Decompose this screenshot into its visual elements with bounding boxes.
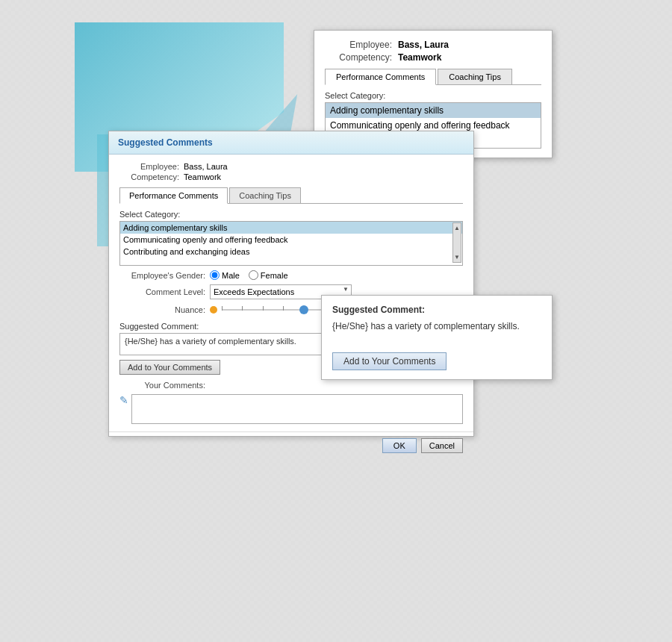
popup-employee-label: Employee: [325,40,392,50]
comment-level-label: Comment Level: [119,287,205,296]
popup-competency-row: Competency: Teamwork [325,52,541,63]
popup-tabs: Performance Comments Coaching Tips [325,69,541,85]
employee-label: Employee: [119,162,179,171]
tab-coaching[interactable]: Coaching Tips [229,187,301,203]
gender-radio-group: Male Female [210,270,288,280]
bottom-popup-add-btn[interactable]: Add to Your Comments [332,352,447,370]
ok-button[interactable]: OK [382,438,417,453]
dialog-body: Employee: Bass, Laura Competency: Teamwo… [109,155,473,431]
popup-employee-value: Bass, Laura [398,40,449,50]
nuance-dot-left [210,306,217,314]
category-item-1[interactable]: Adding complementary skills [120,222,462,234]
competency-value: Teamwork [184,172,221,181]
popup-category-item-1[interactable]: Adding complementary skills [326,103,541,118]
popup-employee-row: Employee: Bass, Laura [325,40,541,50]
gender-male-radio[interactable] [210,270,220,280]
main-dialog: Suggested Comments Employee: Bass, Laura… [108,131,474,437]
gender-male-label: Male [222,271,240,280]
bottom-popup-text: {He/She} has a variety of complementary … [332,321,541,343]
main-tabs: Performance Comments Coaching Tips [119,187,463,204]
your-comments-row: Your Comments: [119,381,463,390]
popup-select-category-label: Select Category: [325,91,541,100]
tick-1 [222,306,223,311]
gender-row: Employee's Gender: Male Female [119,270,463,280]
tab-performance[interactable]: Performance Comments [119,187,228,204]
competency-row: Competency: Teamwork [119,172,463,181]
tick-4 [283,306,284,311]
add-to-comments-btn[interactable]: Add to Your Comments [119,360,220,375]
nuance-label: Nuance: [119,305,205,314]
dialog-title: Suggested Comments [109,131,473,155]
category-item-2[interactable]: Communicating openly and offering feedba… [120,234,462,246]
gender-female-label: Female [261,271,288,280]
popup-competency-label: Competency: [325,52,392,63]
select-category-label: Select Category: [119,210,463,219]
popup-tab-coaching[interactable]: Coaching Tips [438,69,512,84]
tick-3 [263,306,264,311]
gender-female-radio[interactable] [249,270,258,280]
competency-label: Competency: [119,172,179,181]
edit-icon: ✎ [119,394,128,406]
tick-2 [242,306,243,311]
category-item-3[interactable]: Contributing and exchanging ideas [120,246,462,258]
employee-row: Employee: Bass, Laura [119,162,463,171]
gender-male-option[interactable]: Male [210,270,240,280]
employee-value: Bass, Laura [184,162,228,171]
popup-tab-performance[interactable]: Performance Comments [325,69,436,85]
bottom-popup: Suggested Comment: {He/She} has a variet… [321,295,553,380]
category-listbox[interactable]: Adding complementary skills Communicatin… [119,221,463,266]
nuance-thumb[interactable] [299,305,308,314]
cancel-button[interactable]: Cancel [421,438,463,453]
popup-competency-value: Teamwork [398,52,441,63]
gender-female-option[interactable]: Female [249,270,288,280]
your-comments-label: Your Comments: [119,381,205,390]
gender-label: Employee's Gender: [119,271,205,280]
your-comments-textarea[interactable] [131,394,463,424]
bottom-popup-title: Suggested Comment: [332,305,541,315]
dialog-footer: OK Cancel [109,431,473,459]
